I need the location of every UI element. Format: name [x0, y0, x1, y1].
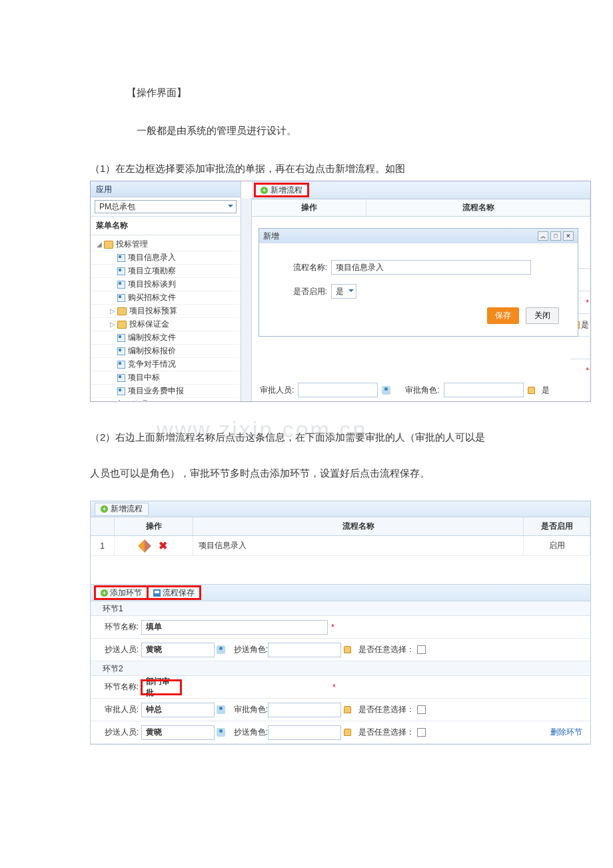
tree-node[interactable]: 购买招标文件 — [91, 291, 241, 305]
add-segment-button[interactable]: + 添加环节 — [95, 586, 148, 599]
seg2-name-input[interactable]: 部门审批 — [141, 680, 181, 695]
dialog-titlebar: 新增 ︽ □ ✕ — [259, 229, 578, 243]
approver-role-label: 审批角色: — [405, 385, 439, 396]
left-panel-title: 应用 — [91, 181, 241, 197]
col-operation: 操作 — [252, 199, 366, 216]
tree-node-label: 立项管理 — [116, 399, 148, 401]
seg1-any-label: 是否任意选择： — [358, 644, 414, 655]
plus-icon: + — [261, 187, 268, 194]
scrollbar-column[interactable] — [241, 198, 252, 401]
tree-node-label: 项目业务费申报 — [128, 385, 184, 397]
s2-toolbar: + 新增流程 — [91, 501, 590, 517]
row-name: 项目信息录入 — [193, 536, 524, 555]
seg2-any-checkbox-2[interactable] — [417, 728, 426, 737]
new-process-button[interactable]: + 新增流程 — [95, 503, 149, 516]
tree-node-label: 项目立项勘察 — [128, 265, 176, 277]
col-name: 流程名称 — [193, 517, 524, 535]
screenshot-2: + 新增流程 操作 流程名称 是否启用 1 ✖ 项目信息录入 启用 + 添加环节 — [90, 501, 591, 745]
seg2-ap-input[interactable]: 钟总 — [141, 703, 215, 717]
tree-node-label: 投标管理 — [116, 239, 148, 250]
dialog-close-action[interactable]: 关闭 — [526, 307, 559, 324]
segment-2-name-row: 环节名称: 部门审批 * — [91, 676, 590, 699]
save-process-button[interactable]: 流程保存 — [147, 586, 201, 599]
approver-person-input[interactable] — [298, 383, 378, 397]
seg1-cc-label: 抄送人员: — [103, 644, 141, 655]
table-row[interactable]: 1 ✖ 项目信息录入 启用 — [91, 536, 590, 556]
required-star: * — [332, 683, 336, 692]
right-toolbar: + 新增流程 — [252, 181, 590, 199]
tree-node-label: 投标保证金 — [129, 319, 169, 330]
enabled-select[interactable]: 是 — [331, 284, 356, 299]
person-icon[interactable] — [217, 728, 225, 737]
tree-node[interactable]: 项目信息录入 — [91, 251, 241, 265]
right-grid-header: 操作 流程名称 — [252, 199, 590, 217]
folder-icon — [117, 307, 127, 315]
lock-icon[interactable] — [344, 706, 351, 713]
module-selector-wrap: PM总承包 — [91, 197, 241, 217]
s2-grid-header: 操作 流程名称 是否启用 — [91, 517, 590, 536]
seg1-any-checkbox[interactable] — [417, 645, 426, 654]
module-selector[interactable]: PM总承包 — [95, 200, 237, 213]
seg1-name-input[interactable]: 填单 — [141, 620, 328, 635]
lock-icon[interactable] — [528, 387, 535, 394]
dialog-max-button[interactable]: □ — [550, 231, 561, 241]
approver-role-input[interactable] — [444, 383, 524, 397]
row-enabled: 启用 — [524, 536, 590, 555]
segment-toolbar: + 添加环节 流程保存 — [91, 584, 590, 601]
lock-icon[interactable] — [344, 646, 351, 653]
delete-icon[interactable]: ✖ — [159, 539, 167, 552]
document-icon — [117, 281, 125, 289]
tree-node[interactable]: 项目业务费申报 — [91, 385, 241, 398]
tree-node-label: 编制投标文件 — [128, 332, 176, 343]
segment-2-title: 环节2 — [91, 661, 590, 676]
seg2-ap-role-input[interactable] — [268, 703, 341, 717]
col-process-name: 流程名称 — [366, 199, 590, 216]
folder-icon — [104, 401, 113, 401]
section-heading: 【操作界面】 — [127, 87, 523, 99]
seg1-cc-input[interactable]: 黄晓 — [141, 643, 215, 657]
seg2-any-label: 是否任意选择： — [358, 704, 414, 715]
segment-2-cc-row: 抄送人员: 黄晓 抄送角色: 是否任意选择： 删除环节 — [91, 721, 590, 744]
edit-icon[interactable] — [138, 539, 151, 553]
seg2-cc-role-input[interactable] — [268, 725, 341, 740]
dialog-close-button[interactable]: ✕ — [563, 231, 574, 241]
twisty-icon: ▷ — [109, 307, 116, 315]
dialog-collapse-button[interactable]: ︽ — [538, 231, 548, 241]
shi-text: 是 — [542, 385, 550, 396]
step-2-text-a: （2）右边上面新增流程名称后点击这条信息，在下面添加需要审批的人（审批的人可以是 — [90, 422, 523, 453]
process-name-input[interactable]: 项目信息录入 — [331, 260, 531, 275]
tree-node[interactable]: ◢投标管理 — [91, 238, 241, 251]
dialog-save-button[interactable]: 保存 — [487, 307, 519, 324]
new-process-label: 新增流程 — [271, 185, 303, 196]
plus-icon: + — [101, 589, 108, 597]
tree-node[interactable]: 项目中标 — [91, 371, 241, 385]
save-icon — [153, 589, 161, 597]
tree-node[interactable]: 编制投标文件 — [91, 331, 241, 345]
right-panel: + 新增流程 操作 流程名称 * 是 * 新增 ︽ — [252, 181, 590, 401]
tree-node[interactable]: 竞争对手情况 — [91, 358, 241, 371]
twisty-icon: ▷ — [109, 321, 116, 328]
step-2-text-b: 人员也可以是角色），审批环节多时点击添加环节，设置好后点击流程保存。 — [90, 458, 523, 489]
new-process-button[interactable]: + 新增流程 — [255, 183, 308, 197]
approver-person-label: 审批人员: — [260, 385, 294, 396]
tree-node[interactable]: ▷立项管理 — [91, 398, 241, 401]
lock-icon[interactable] — [344, 729, 351, 736]
person-icon[interactable] — [217, 645, 225, 654]
tree-node[interactable]: ▷项目投标预算 — [91, 305, 241, 318]
folder-icon — [104, 241, 113, 249]
dialog-title: 新增 — [263, 231, 279, 242]
seg2-any-checkbox[interactable] — [417, 705, 426, 714]
plus-icon: + — [101, 505, 108, 513]
delete-segment-link[interactable]: 删除环节 — [550, 727, 582, 738]
bg-row — [570, 336, 590, 359]
seg1-cc-role-label: 抄送角色: — [227, 644, 268, 655]
tree-node[interactable]: ▷投标保证金 — [91, 318, 241, 331]
person-icon[interactable] — [217, 705, 225, 714]
tree-node[interactable]: 项目立项勘察 — [91, 265, 241, 278]
tree-node[interactable]: 项目投标谈判 — [91, 278, 241, 291]
tree-node[interactable]: 编制投标报价 — [91, 345, 241, 358]
seg2-cc-input[interactable]: 黄晓 — [141, 725, 215, 740]
person-icon[interactable] — [382, 386, 390, 395]
seg1-cc-role-input[interactable] — [268, 643, 341, 657]
seg2-name-label: 环节名称: — [103, 681, 141, 693]
